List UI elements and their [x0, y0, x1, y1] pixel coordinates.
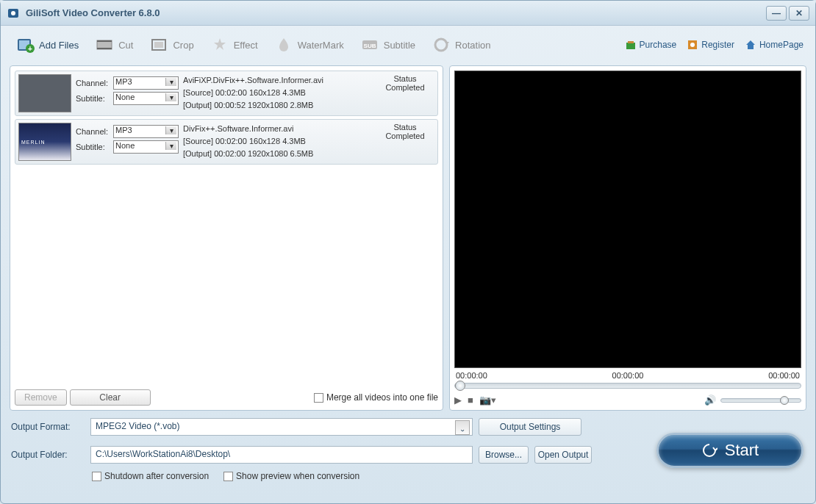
status-header: Status	[376, 123, 434, 132]
merge-checkbox[interactable]: Merge all videos into one file	[314, 392, 438, 403]
svg-rect-7	[97, 40, 112, 42]
channel-select[interactable]: MP3	[113, 76, 179, 90]
toolbar: + Add Files Cut Crop Effect WaterMark SU…	[1, 26, 815, 61]
status-header: Status	[376, 74, 434, 83]
preview-panel: 00:00:00 00:00:00 00:00:00 ▶ ■ 📷▾ 🔊	[449, 65, 806, 411]
file-item[interactable]: Channel: MP3 Subtitle: None AviFiXP.DivF…	[15, 71, 438, 116]
remove-button[interactable]: Remove	[15, 389, 67, 406]
shutdown-label: Shutdown after conversion	[104, 471, 209, 481]
channel-label: Channel:	[76, 127, 111, 136]
crop-icon	[149, 35, 168, 54]
cut-label: Cut	[118, 40, 133, 51]
output-format-combo[interactable]: MPEG2 Video (*.vob)	[90, 418, 473, 436]
rotation-label: Rotation	[455, 40, 490, 51]
add-files-icon: +	[15, 35, 35, 54]
watermark-icon	[274, 35, 293, 54]
status-value: Completed	[376, 83, 434, 92]
status-value: Completed	[376, 132, 434, 140]
rotation-button[interactable]: Rotation	[424, 32, 498, 57]
checkbox-icon	[92, 472, 101, 481]
add-files-button[interactable]: + Add Files	[8, 32, 86, 57]
svg-rect-14	[626, 43, 635, 49]
register-icon	[687, 39, 698, 51]
homepage-label: HomePage	[759, 40, 804, 50]
effect-icon	[210, 35, 229, 54]
play-button[interactable]: ▶	[454, 395, 462, 406]
subtitle-button[interactable]: SUB Subtitle	[353, 32, 423, 57]
register-label: Register	[701, 40, 734, 50]
thumbnail	[18, 74, 71, 112]
output-format-label: Output Format:	[11, 422, 85, 432]
start-label: Start	[725, 441, 759, 460]
shutdown-checkbox[interactable]: Shutdown after conversion	[92, 471, 209, 481]
register-link[interactable]: Register	[682, 37, 739, 52]
window-title: GiliSoft Video Converter 6.8.0	[26, 7, 766, 18]
seek-slider[interactable]	[454, 383, 801, 389]
browse-button[interactable]: Browse...	[479, 446, 529, 464]
file-list-panel: Channel: MP3 Subtitle: None AviFiXP.DivF…	[10, 65, 443, 411]
start-button[interactable]: Start	[656, 433, 804, 468]
file-item[interactable]: Channel: MP3 Subtitle: None DivFix++.Sof…	[15, 119, 438, 165]
purchase-label: Purchase	[640, 40, 677, 50]
output-folder-label: Output Folder:	[11, 450, 85, 460]
time-current: 00:00:00	[612, 371, 644, 380]
add-files-label: Add Files	[39, 40, 79, 51]
time-end: 00:00:00	[768, 371, 800, 380]
rotation-icon	[432, 35, 451, 54]
time-start: 00:00:00	[456, 371, 487, 380]
watermark-button[interactable]: WaterMark	[267, 32, 351, 57]
svg-text:+: +	[28, 45, 32, 53]
channel-label: Channel:	[76, 79, 111, 87]
subtitle-label: Subtitle:	[76, 143, 111, 151]
svg-point-1	[11, 11, 15, 15]
show-preview-checkbox[interactable]: Show preview when conversion	[223, 471, 359, 481]
volume-slider[interactable]	[720, 398, 801, 403]
file-info: AviFiXP.DivFix++.Software.Informer.avi […	[183, 74, 371, 112]
subtitle-select[interactable]: None	[113, 92, 179, 105]
effect-label: Effect	[234, 40, 258, 51]
svg-text:SUB: SUB	[363, 43, 376, 49]
checkbox-icon	[314, 393, 323, 403]
snapshot-button[interactable]: 📷▾	[479, 395, 496, 406]
effect-button[interactable]: Effect	[203, 32, 265, 57]
subtitle-icon: SUB	[360, 35, 379, 54]
output-folder-input[interactable]: C:\Users\WorkStationAi8\Desktop\	[90, 446, 473, 464]
output-settings-button[interactable]: Output Settings	[479, 418, 581, 436]
title-bar: GiliSoft Video Converter 6.8.0 — ✕	[1, 1, 815, 26]
svg-rect-8	[97, 48, 112, 49]
app-logo-icon	[7, 7, 20, 20]
minimize-button[interactable]: —	[766, 6, 787, 21]
open-output-button[interactable]: Open Output	[534, 446, 592, 464]
svg-rect-10	[154, 42, 163, 48]
crop-button[interactable]: Crop	[142, 32, 201, 57]
cut-icon	[95, 35, 114, 54]
svg-rect-15	[628, 41, 634, 43]
volume-icon[interactable]: 🔊	[704, 395, 716, 406]
watermark-label: WaterMark	[298, 40, 344, 51]
purchase-link[interactable]: Purchase	[620, 37, 681, 52]
channel-select[interactable]: MP3	[113, 125, 179, 138]
thumbnail	[18, 123, 71, 161]
show-preview-label: Show preview when conversion	[236, 471, 359, 481]
subtitle-label: Subtitle:	[76, 94, 111, 103]
refresh-icon	[701, 442, 717, 458]
purchase-icon	[625, 39, 637, 51]
subtitle-label: Subtitle	[384, 40, 415, 51]
checkbox-icon	[223, 472, 233, 481]
cut-button[interactable]: Cut	[87, 32, 140, 57]
homepage-icon	[745, 39, 756, 51]
homepage-link[interactable]: HomePage	[740, 37, 808, 52]
stop-button[interactable]: ■	[468, 395, 473, 406]
file-info: DivFix++.Software.Informer.avi [Source] …	[183, 123, 371, 161]
video-preview	[454, 71, 801, 368]
merge-label: Merge all videos into one file	[326, 392, 438, 403]
crop-label: Crop	[173, 40, 193, 51]
close-button[interactable]: ✕	[789, 6, 809, 21]
subtitle-select[interactable]: None	[113, 140, 179, 154]
clear-button[interactable]: Clear	[70, 389, 151, 406]
svg-point-13	[435, 39, 447, 51]
svg-point-17	[690, 43, 695, 47]
